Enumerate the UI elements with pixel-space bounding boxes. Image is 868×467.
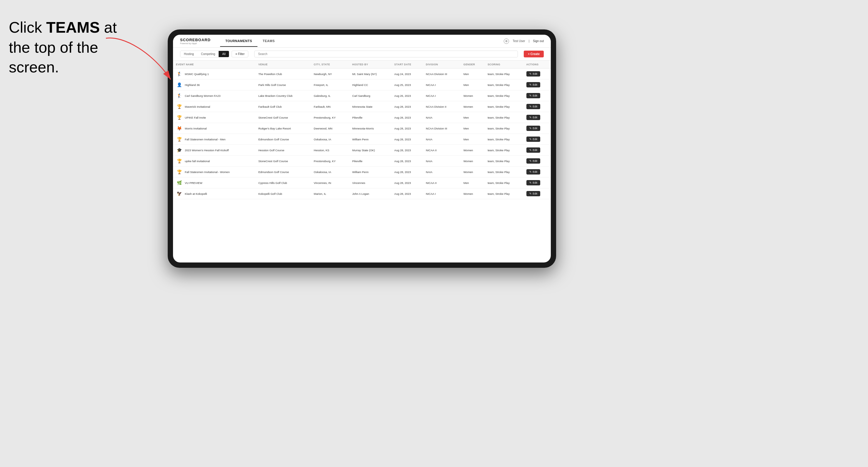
- edit-btn-1[interactable]: Edit: [526, 82, 540, 87]
- cell-city-state-9: Oskaloosa, IA: [311, 166, 349, 178]
- cell-scoring-9: team, Stroke Play: [485, 166, 523, 178]
- cell-event-name-6: 🏆 Fall Statesmen Invitational - Men: [173, 134, 255, 145]
- edit-btn-10[interactable]: Edit: [526, 180, 540, 185]
- table-row: 🏆 Maverick Invitational Faribault Golf C…: [173, 101, 551, 112]
- cell-actions-1: Edit: [523, 80, 551, 90]
- cell-scoring-5: team, Stroke Play: [485, 123, 523, 134]
- cell-event-name-10: 🌿 VU PREVIEW: [173, 178, 255, 188]
- event-icon-6: 🏆: [176, 136, 182, 143]
- cell-gender-6: Men: [461, 134, 485, 145]
- cell-actions-11: Edit: [523, 188, 551, 199]
- edit-btn-6[interactable]: Edit: [526, 136, 540, 142]
- cell-hosted-by-5: Minnesota-Morris: [349, 123, 391, 134]
- cell-actions-9: Edit: [523, 166, 551, 178]
- cell-hosted-by-0: Mt. Saint Mary (NY): [349, 68, 391, 80]
- col-start-date: START DATE: [391, 61, 423, 68]
- nav-right: ⚙ Test User | Sign out: [504, 38, 544, 44]
- all-filter-btn[interactable]: All: [219, 51, 229, 57]
- event-name-text-11: Klash at Kokopelli: [185, 192, 207, 195]
- edit-btn-4[interactable]: Edit: [526, 115, 540, 120]
- logo-text: SCOREBOARD: [180, 38, 211, 42]
- table-row: 🏆 Fall Statesmen Invitational - Women Ed…: [173, 166, 551, 178]
- cell-start-date-5: Aug 28, 2023: [391, 123, 423, 134]
- table-row: 🏌️ MSMC Qualifying 1 The Powelton Club N…: [173, 68, 551, 80]
- cell-start-date-3: Aug 28, 2023: [391, 101, 423, 112]
- edit-btn-3[interactable]: Edit: [526, 104, 540, 109]
- cell-start-date-11: Aug 28, 2023: [391, 188, 423, 199]
- cell-hosted-by-7: Murray State (OK): [349, 145, 391, 156]
- cell-event-name-11: 🦅 Klash at Kokopelli: [173, 188, 255, 199]
- col-division: DIVISION: [423, 61, 461, 68]
- edit-btn-5[interactable]: Edit: [526, 126, 540, 131]
- tab-teams[interactable]: TEAMS: [257, 36, 280, 47]
- event-icon-11: 🦅: [176, 190, 182, 197]
- cell-hosted-by-10: Vincennes: [349, 178, 391, 188]
- cell-scoring-6: team, Stroke Play: [485, 134, 523, 145]
- event-name-text-3: Maverick Invitational: [185, 105, 210, 108]
- search-input[interactable]: [254, 51, 518, 57]
- edit-btn-2[interactable]: Edit: [526, 93, 540, 98]
- cell-event-name-7: 🎓 2023 Women's Hesston Fall Kickoff: [173, 145, 255, 156]
- cell-division-2: NICAA I: [423, 90, 461, 101]
- cell-city-state-10: Vincennes, IN: [311, 178, 349, 188]
- cell-scoring-1: team, Stroke Play: [485, 80, 523, 90]
- edit-btn-11[interactable]: Edit: [526, 191, 540, 196]
- search-box: [254, 51, 518, 57]
- cell-city-state-0: Newburgh, NY: [311, 68, 349, 80]
- gear-icon[interactable]: ⚙: [504, 38, 509, 44]
- table-row: 🦅 Klash at Kokopelli Kokopelli Golf Club…: [173, 188, 551, 199]
- cell-venue-5: Ruttger's Bay Lake Resort: [255, 123, 311, 134]
- cell-actions-10: Edit: [523, 178, 551, 188]
- cell-venue-11: Kokopelli Golf Club: [255, 188, 311, 199]
- cell-venue-8: StoneCrest Golf Course: [255, 156, 311, 166]
- col-actions: ACTIONS: [523, 61, 551, 68]
- cell-city-state-4: Prestonsburg, KY: [311, 112, 349, 123]
- cell-hosted-by-3: Minnesota State: [349, 101, 391, 112]
- competing-filter-btn[interactable]: Competing: [197, 51, 219, 57]
- cell-scoring-3: team, Stroke Play: [485, 101, 523, 112]
- cell-division-8: NAIA: [423, 156, 461, 166]
- tab-tournaments[interactable]: TOURNAMENTS: [220, 36, 257, 47]
- col-city-state: CITY, STATE: [311, 61, 349, 68]
- event-icon-2: 🏌️: [176, 92, 182, 99]
- table-container: EVENT NAME VENUE CITY, STATE HOSTED BY S…: [173, 61, 551, 262]
- edit-btn-9[interactable]: Edit: [526, 169, 540, 175]
- event-name-text-10: VU PREVIEW: [185, 181, 203, 185]
- event-icon-9: 🏆: [176, 168, 182, 175]
- cell-city-state-3: Faribault, MN: [311, 101, 349, 112]
- cell-hosted-by-11: John A Logan: [349, 188, 391, 199]
- cell-start-date-6: Aug 28, 2023: [391, 134, 423, 145]
- event-icon-1: 👤: [176, 82, 182, 88]
- logo-sub: Powered by clippit: [180, 42, 211, 44]
- event-icon-10: 🌿: [176, 180, 182, 186]
- cell-actions-2: Edit: [523, 90, 551, 101]
- create-btn[interactable]: + Create: [524, 51, 544, 57]
- event-name-text-2: Carl Sandburg Women FA23: [185, 94, 220, 97]
- cell-gender-4: Men: [461, 112, 485, 123]
- edit-btn-8[interactable]: Edit: [526, 158, 540, 164]
- cell-gender-7: Women: [461, 145, 485, 156]
- cell-division-10: NICAA II: [423, 178, 461, 188]
- signout-link[interactable]: Sign out: [533, 39, 544, 43]
- cell-city-state-1: Freeport, IL: [311, 80, 349, 90]
- nav-tabs: TOURNAMENTS TEAMS: [220, 36, 504, 47]
- edit-btn-7[interactable]: Edit: [526, 148, 540, 153]
- hosting-filter-btn[interactable]: Hosting: [180, 51, 197, 57]
- cell-venue-1: Park Hills Golf Course: [255, 80, 311, 90]
- cell-event-name-2: 🏌️ Carl Sandburg Women FA23: [173, 90, 255, 101]
- cell-gender-1: Men: [461, 80, 485, 90]
- cell-actions-5: Edit: [523, 123, 551, 134]
- cell-event-name-8: 🏆 upike fall invitational: [173, 156, 255, 166]
- cell-actions-6: Edit: [523, 134, 551, 145]
- table-row: 🎓 2023 Women's Hesston Fall Kickoff Hess…: [173, 145, 551, 156]
- advanced-filter-btn[interactable]: ≡ Filter: [231, 51, 248, 57]
- cell-start-date-4: Aug 28, 2023: [391, 112, 423, 123]
- table-header-row: EVENT NAME VENUE CITY, STATE HOSTED BY S…: [173, 61, 551, 68]
- tournaments-table: EVENT NAME VENUE CITY, STATE HOSTED BY S…: [173, 61, 551, 199]
- col-gender: GENDER: [461, 61, 485, 68]
- cell-event-name-9: 🏆 Fall Statesmen Invitational - Women: [173, 166, 255, 178]
- cell-division-1: NICAA I: [423, 80, 461, 90]
- edit-btn-0[interactable]: Edit: [526, 71, 540, 76]
- cell-city-state-6: Oskaloosa, IA: [311, 134, 349, 145]
- cell-event-name-1: 👤 Highland 36: [173, 80, 255, 90]
